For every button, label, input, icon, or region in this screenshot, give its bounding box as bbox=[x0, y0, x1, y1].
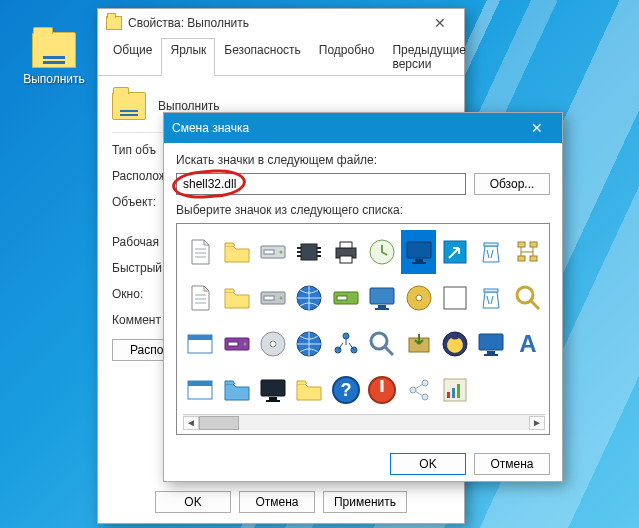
tab-strip: Общие Ярлык Безопасность Подробно Предыд… bbox=[98, 37, 464, 76]
recycle-full-icon[interactable] bbox=[474, 276, 508, 320]
folder-icon bbox=[112, 92, 146, 120]
close-icon[interactable]: ✕ bbox=[420, 12, 460, 34]
svg-point-43 bbox=[517, 287, 533, 303]
network-folder-icon[interactable] bbox=[219, 368, 253, 412]
cd-open-icon[interactable] bbox=[401, 276, 435, 320]
svg-rect-67 bbox=[269, 397, 277, 400]
properties-footer: OK Отмена Применить bbox=[98, 491, 464, 513]
label-search-file: Искать значки в следующем файле: bbox=[176, 153, 550, 167]
tab-previous-versions[interactable]: Предыдущие версии bbox=[383, 38, 475, 76]
desktop-shortcut[interactable]: Выполнить bbox=[22, 32, 86, 86]
svg-line-57 bbox=[385, 347, 393, 355]
folder-search-icon[interactable] bbox=[511, 276, 545, 320]
monitor-flat-icon[interactable] bbox=[256, 368, 290, 412]
rich-doc-icon[interactable] bbox=[183, 276, 217, 320]
screen-icon[interactable] bbox=[365, 276, 399, 320]
run-dialog-icon[interactable] bbox=[183, 368, 217, 412]
change-icon-footer: OK Отмена bbox=[164, 443, 562, 487]
svg-point-75 bbox=[422, 394, 428, 400]
svg-point-34 bbox=[352, 297, 355, 300]
blank-icon[interactable] bbox=[474, 368, 508, 412]
blank-doc-icon[interactable] bbox=[183, 230, 217, 274]
icon-file-input[interactable] bbox=[176, 173, 466, 195]
change-icon-titlebar[interactable]: Смена значка ✕ bbox=[164, 113, 562, 143]
svg-rect-65 bbox=[188, 381, 212, 386]
apply-button[interactable]: Применить bbox=[323, 491, 407, 513]
scroll-thumb[interactable] bbox=[199, 416, 239, 430]
svg-point-48 bbox=[243, 343, 246, 346]
globe-icon[interactable] bbox=[292, 276, 326, 320]
drive-icon[interactable] bbox=[256, 230, 290, 274]
network-drive-icon[interactable] bbox=[329, 276, 363, 320]
close-icon[interactable]: ✕ bbox=[516, 113, 558, 143]
browse-button[interactable]: Обзор... bbox=[474, 173, 550, 195]
tab-shortcut[interactable]: Ярлык bbox=[161, 38, 215, 76]
window-icon[interactable] bbox=[183, 322, 217, 366]
printer-icon[interactable] bbox=[329, 230, 363, 274]
svg-rect-68 bbox=[266, 400, 280, 402]
horizontal-scrollbar[interactable]: ◄ ► bbox=[183, 414, 545, 430]
svg-point-56 bbox=[371, 333, 387, 349]
tab-general[interactable]: Общие bbox=[104, 38, 161, 76]
scroll-track[interactable] bbox=[199, 416, 529, 430]
removable-drive-icon[interactable] bbox=[219, 322, 253, 366]
folder-icon bbox=[106, 16, 122, 30]
folder-yellow-icon[interactable] bbox=[292, 368, 326, 412]
cd-icon[interactable] bbox=[256, 322, 290, 366]
installer-icon[interactable] bbox=[401, 322, 435, 366]
network-small-icon[interactable] bbox=[329, 322, 363, 366]
tree-icon[interactable] bbox=[511, 230, 545, 274]
svg-rect-81 bbox=[517, 379, 539, 401]
help-icon[interactable]: ? bbox=[329, 368, 363, 412]
ok-button[interactable]: OK bbox=[390, 453, 466, 475]
folder-icon bbox=[32, 32, 76, 68]
clock-history-icon[interactable] bbox=[365, 230, 399, 274]
svg-rect-66 bbox=[261, 380, 285, 396]
sleep-icon[interactable] bbox=[438, 322, 472, 366]
change-icon-body: Искать значки в следующем файле: Обзор..… bbox=[164, 143, 562, 443]
svg-rect-49 bbox=[228, 342, 238, 346]
recycle-bin-icon[interactable] bbox=[474, 230, 508, 274]
monitor-filled-icon[interactable] bbox=[401, 230, 435, 274]
cancel-button[interactable]: Отмена bbox=[239, 491, 315, 513]
icon-grid[interactable]: A? bbox=[183, 230, 545, 414]
svg-rect-42 bbox=[484, 289, 498, 292]
svg-rect-21 bbox=[484, 243, 498, 246]
chip-icon[interactable] bbox=[292, 230, 326, 274]
font-icon[interactable]: A bbox=[511, 322, 545, 366]
svg-line-44 bbox=[531, 301, 539, 309]
key-chart-icon[interactable] bbox=[438, 368, 472, 412]
icon-list: A? ◄ ► bbox=[176, 223, 550, 435]
arrow-link-icon[interactable] bbox=[438, 230, 472, 274]
svg-point-40 bbox=[416, 295, 422, 301]
svg-rect-36 bbox=[370, 288, 394, 304]
share-icon[interactable] bbox=[401, 368, 435, 412]
svg-rect-31 bbox=[264, 296, 274, 300]
folder-open-icon[interactable] bbox=[219, 276, 253, 320]
shutdown-icon[interactable] bbox=[365, 368, 399, 412]
tab-security[interactable]: Безопасность bbox=[215, 38, 310, 76]
folder-icon[interactable] bbox=[219, 230, 253, 274]
internet-globe-icon[interactable] bbox=[292, 322, 326, 366]
svg-rect-15 bbox=[340, 256, 352, 263]
properties-titlebar[interactable]: Свойства: Выполнить ✕ bbox=[98, 9, 464, 37]
svg-rect-6 bbox=[301, 244, 317, 260]
properties-title: Свойства: Выполнить bbox=[128, 16, 420, 30]
scroll-right-icon[interactable]: ► bbox=[529, 416, 545, 430]
cancel-button[interactable]: Отмена bbox=[474, 453, 550, 475]
svg-rect-60 bbox=[479, 334, 503, 350]
svg-rect-38 bbox=[375, 308, 389, 310]
ok-button[interactable]: OK bbox=[155, 491, 231, 513]
svg-rect-37 bbox=[378, 305, 386, 308]
tab-details[interactable]: Подробно bbox=[310, 38, 384, 76]
search-icon[interactable] bbox=[365, 322, 399, 366]
drive-stack-icon[interactable] bbox=[256, 276, 290, 320]
svg-rect-80 bbox=[480, 379, 502, 401]
change-icon-title: Смена значка bbox=[172, 121, 516, 135]
blank-icon[interactable] bbox=[511, 368, 545, 412]
shortcut-overlay-icon[interactable] bbox=[438, 276, 472, 320]
svg-rect-22 bbox=[518, 242, 525, 247]
scroll-left-icon[interactable]: ◄ bbox=[183, 416, 199, 430]
display-icon[interactable] bbox=[474, 322, 508, 366]
svg-rect-19 bbox=[412, 262, 426, 264]
